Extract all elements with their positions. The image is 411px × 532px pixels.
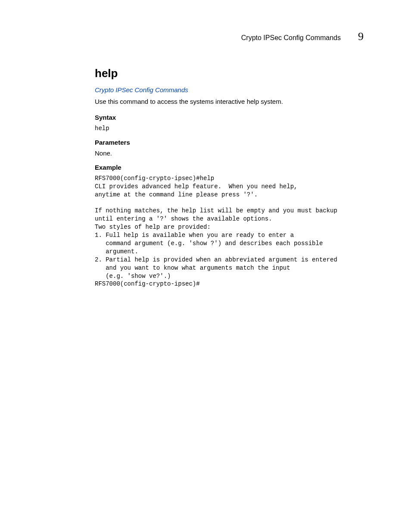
parameters-heading: Parameters bbox=[95, 139, 368, 146]
breadcrumb-link[interactable]: Crypto IPSec Config Commands bbox=[95, 86, 368, 93]
command-description: Use this command to access the systems i… bbox=[95, 98, 368, 105]
syntax-code: help bbox=[95, 124, 368, 133]
example-code: RFS7000(config-crypto-ipsec)#help CLI pr… bbox=[95, 174, 368, 288]
parameters-value: None. bbox=[95, 149, 368, 157]
syntax-heading: Syntax bbox=[95, 114, 368, 121]
page-header: Crypto IPSec Config Commands 9 bbox=[95, 30, 368, 43]
command-title: help bbox=[95, 67, 368, 80]
chapter-number: 9 bbox=[358, 30, 364, 43]
example-heading: Example bbox=[95, 164, 368, 171]
section-title: Crypto IPSec Config Commands bbox=[241, 34, 341, 42]
page-content: Crypto IPSec Config Commands 9 help Cryp… bbox=[0, 0, 411, 288]
